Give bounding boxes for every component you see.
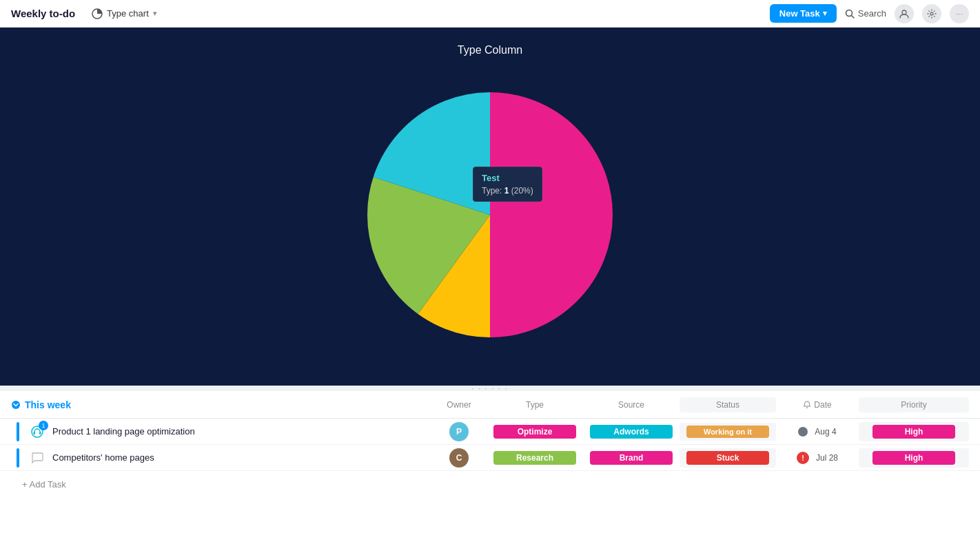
- table-row[interactable]: 1 Product 1 landing page optimization P …: [0, 419, 980, 445]
- comment-icon-cell[interactable]: 1: [28, 422, 47, 441]
- chart-area: Type Column Test: [0, 28, 980, 386]
- add-task-row[interactable]: + Add Task: [0, 471, 980, 497]
- date-cell: Aug 4: [776, 427, 859, 437]
- type-tag: Optimize: [493, 425, 576, 439]
- svg-line-2: [851, 15, 854, 18]
- status-cell[interactable]: Working on it: [680, 423, 776, 441]
- type-cell[interactable]: Optimize: [487, 425, 583, 439]
- drag-dots: · · · · · ·: [472, 385, 509, 392]
- header-actions: New Task ▾ Search ···: [770, 4, 969, 23]
- task-accent: [17, 448, 19, 468]
- page-title: Weekly to-do: [11, 8, 75, 19]
- col-header-status: Status: [680, 397, 776, 412]
- svg-rect-7: [34, 432, 36, 434]
- user-icon: [899, 9, 909, 19]
- search-icon: [845, 9, 855, 19]
- comment-icon-cell-2[interactable]: [28, 448, 47, 468]
- svg-rect-8: [39, 432, 41, 434]
- status-tag-2: Stuck: [686, 451, 769, 465]
- source-cell-2[interactable]: Brand: [583, 451, 680, 465]
- owner-avatar: P: [449, 422, 469, 441]
- type-tag-2: Research: [493, 451, 576, 465]
- comment-badge: 1: [39, 421, 48, 430]
- priority-tag: High: [872, 425, 955, 439]
- priority-tag-2: High: [872, 451, 955, 465]
- owner-cell: P: [431, 422, 487, 441]
- type-cell-2[interactable]: Research: [487, 451, 583, 465]
- status-dot: [798, 427, 808, 437]
- svg-point-4: [930, 12, 933, 15]
- pie-chart-icon: [92, 8, 103, 19]
- user-avatar-button[interactable]: [895, 4, 914, 23]
- date-text-2: Jul 28: [816, 453, 838, 463]
- pie-chart-final: [345, 70, 635, 359]
- table-area: This week Owner Type Source Status Date …: [0, 391, 980, 497]
- pie-chart-container: Test Type: 1 (20%): [345, 70, 635, 359]
- status-cell-2[interactable]: Stuck: [680, 448, 776, 468]
- chevron-down-icon: ▾: [153, 9, 157, 18]
- source-tag-2: Brand: [590, 451, 673, 465]
- task-name-cell: 1 Product 1 landing page optimization: [11, 422, 431, 441]
- type-chart-button[interactable]: Type chart ▾: [86, 6, 163, 22]
- col-header-owner: Owner: [431, 400, 487, 410]
- settings-icon: [927, 9, 937, 19]
- task-name: Competitors' home pages: [52, 452, 154, 463]
- search-button[interactable]: Search: [845, 8, 886, 19]
- chevron-down-section-icon: [11, 400, 21, 410]
- task-name-cell: Competitors' home pages: [11, 448, 431, 468]
- source-tag: Adwords: [590, 425, 673, 439]
- section-label: This week: [11, 399, 431, 410]
- more-options-button[interactable]: ···: [950, 4, 969, 23]
- owner-avatar-2: C: [449, 448, 469, 468]
- col-header-source: Source: [583, 400, 680, 410]
- task-name: Product 1 landing page optimization: [52, 426, 195, 437]
- settings-icon-button[interactable]: [922, 4, 941, 23]
- chart-title: Type Column: [458, 44, 522, 56]
- bell-icon: [803, 401, 811, 409]
- svg-point-3: [902, 10, 906, 14]
- new-task-button[interactable]: New Task ▾: [770, 4, 837, 23]
- priority-cell-2[interactable]: High: [859, 448, 969, 468]
- status-tag: Working on it: [686, 426, 769, 438]
- comment-icon: [31, 452, 43, 464]
- col-header-priority: Priority: [859, 397, 969, 412]
- col-header-date: Date: [776, 400, 859, 410]
- app-header: Weekly to-do Type chart ▾ New Task ▾ Sea…: [0, 0, 980, 28]
- drag-handle[interactable]: · · · · · ·: [0, 386, 980, 391]
- table-header-row: This week Owner Type Source Status Date …: [0, 391, 980, 419]
- chevron-down-icon-btn: ▾: [823, 9, 827, 18]
- priority-cell[interactable]: High: [859, 422, 969, 441]
- owner-cell-2: C: [431, 448, 487, 468]
- source-cell[interactable]: Adwords: [583, 425, 680, 439]
- add-task-label: + Add Task: [11, 479, 66, 490]
- col-header-type: Type: [487, 400, 583, 410]
- svg-point-5: [12, 401, 20, 409]
- pie-pink: [490, 91, 614, 339]
- alert-dot: !: [797, 452, 809, 464]
- date-cell-2: ! Jul 28: [776, 452, 859, 464]
- date-text: Aug 4: [815, 427, 836, 437]
- table-row[interactable]: Competitors' home pages C Research Brand…: [0, 445, 980, 471]
- task-accent: [17, 422, 19, 441]
